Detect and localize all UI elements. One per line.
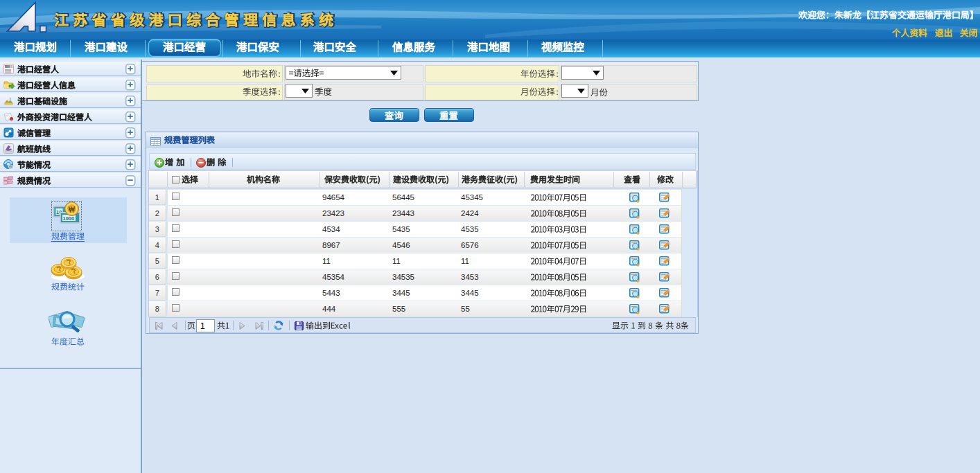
svg-text:1000: 1000 (63, 215, 75, 222)
